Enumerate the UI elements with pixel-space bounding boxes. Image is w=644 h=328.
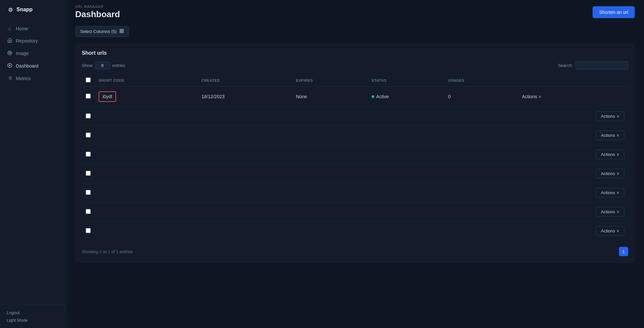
shorten-url-button[interactable]: Shorten an url	[593, 6, 635, 18]
cell-short-code	[95, 183, 198, 202]
table-header: SHORT CODE CREATED EXPIRES STATUS USAGES	[82, 74, 628, 87]
actions-button[interactable]: Actions ∨	[596, 131, 624, 140]
search-area: Search:	[558, 61, 628, 70]
table-card: Short urls Show entries Search:	[75, 44, 635, 263]
cell-actions: Actions ∨	[518, 202, 628, 222]
cell-created	[198, 145, 292, 164]
page-title: Dashboard	[75, 9, 120, 19]
cell-status	[368, 202, 444, 222]
dashboard-icon	[7, 63, 13, 69]
cell-usages	[444, 202, 518, 222]
sidebar-item-repository[interactable]: Repository	[0, 35, 66, 47]
cell-usages	[444, 107, 518, 126]
cell-expires	[292, 202, 368, 222]
sidebar-item-image[interactable]: Image	[0, 47, 66, 60]
cell-actions: Actions ∨	[518, 145, 628, 164]
actions-button[interactable]: Actions ∨	[596, 150, 624, 159]
select-all-checkbox[interactable]	[86, 77, 91, 82]
cell-status	[368, 145, 444, 164]
sidebar-item-home[interactable]: ⌂ Home	[0, 22, 66, 35]
cell-status	[368, 107, 444, 126]
actions-button[interactable]: Actions ∨	[596, 169, 624, 178]
cell-usages	[444, 126, 518, 145]
content-area: Select Columns (5) Short urls Show entri…	[66, 19, 644, 328]
sidebar-item-dashboard[interactable]: Dashboard	[0, 60, 66, 72]
row-checkbox[interactable]	[86, 209, 91, 214]
col-short-code: SHORT CODE	[95, 74, 198, 87]
svg-rect-10	[122, 29, 123, 31]
columns-grid-icon	[119, 29, 124, 34]
cell-usages	[444, 145, 518, 164]
cell-actions: Actions ∨	[518, 126, 628, 145]
col-created: CREATED	[198, 74, 292, 87]
row-checkbox[interactable]	[86, 133, 91, 137]
sidebar-nav: ⌂ Home Repository Image Dashboard Metr	[0, 19, 66, 305]
svg-rect-9	[120, 29, 121, 31]
col-expires: EXPIRES	[292, 74, 368, 87]
sidebar-item-metrics[interactable]: Metrics	[0, 72, 66, 85]
cell-created	[198, 202, 292, 222]
cell-expires: None	[292, 87, 368, 107]
col-actions	[518, 74, 628, 87]
cell-short-code	[95, 164, 198, 183]
cell-actions: Actions ∨	[518, 164, 628, 183]
logout-button[interactable]: Logout	[7, 310, 59, 315]
cell-expires	[292, 222, 368, 241]
row-checkbox[interactable]	[86, 152, 91, 157]
table-row: Actions ∨	[82, 126, 628, 145]
table-section-title: Short urls	[82, 50, 628, 56]
cell-expires	[292, 107, 368, 126]
cell-actions: Actions ∨	[518, 183, 628, 202]
actions-button[interactable]: Actions ∨	[596, 188, 624, 197]
status-text: Active	[376, 94, 389, 99]
actions-button[interactable]: Actions ∨	[596, 207, 624, 217]
cell-created	[198, 107, 292, 126]
actions-button[interactable]: Actions ∨	[596, 226, 624, 236]
table-row: Actions ∨	[82, 107, 628, 126]
cell-actions: Actions ∨	[518, 222, 628, 241]
sidebar-item-label: Image	[16, 51, 29, 56]
status-active: Active	[372, 94, 440, 99]
cell-status	[368, 183, 444, 202]
app-logo: ⊙ Snapp	[0, 0, 66, 19]
home-icon: ⌂	[7, 26, 13, 31]
metrics-icon	[7, 75, 13, 81]
select-columns-button[interactable]: Select Columns (5)	[75, 26, 129, 37]
search-input[interactable]	[575, 61, 628, 70]
table-controls: Show entries Search:	[82, 61, 628, 70]
row-checkbox[interactable]	[86, 94, 91, 99]
table-row: Actions ∨	[82, 183, 628, 202]
show-label: Show	[82, 63, 93, 68]
app-name: Snapp	[16, 7, 33, 13]
cell-expires	[292, 164, 368, 183]
theme-toggle[interactable]: Light Mode	[7, 318, 59, 323]
table-footer: Showing 1 to 1 of 1 entries 1	[82, 247, 628, 256]
cell-actions: Actions ∨	[518, 107, 628, 126]
image-icon	[7, 50, 13, 56]
sidebar-footer: Logout Light Mode	[0, 305, 66, 328]
svg-rect-12	[122, 31, 123, 33]
row-checkbox[interactable]	[86, 171, 91, 176]
cell-short-code	[95, 202, 198, 222]
svg-rect-11	[120, 31, 121, 33]
data-table: SHORT CODE CREATED EXPIRES STATUS USAGES…	[82, 74, 628, 240]
row-checkbox[interactable]	[86, 113, 91, 118]
show-entries-input[interactable]	[95, 62, 110, 69]
main-content: URL MANAGER Dashboard Shorten an url Sel…	[66, 0, 644, 328]
status-dot	[372, 95, 374, 98]
show-entries-control: Show entries	[82, 62, 125, 69]
sidebar-item-label: Repository	[16, 38, 38, 44]
cell-status	[368, 126, 444, 145]
logo-icon: ⊙	[7, 6, 14, 13]
table-row: Actions ∨	[82, 222, 628, 241]
cell-short-code	[95, 126, 198, 145]
col-status: STATUS	[368, 74, 444, 87]
row-checkbox[interactable]	[86, 190, 91, 195]
cell-expires	[292, 145, 368, 164]
sidebar-item-label: Home	[16, 26, 28, 31]
select-columns-label: Select Columns (5)	[80, 29, 117, 34]
actions-button-primary[interactable]: Actions ∨	[522, 94, 541, 99]
page-1-button[interactable]: 1	[619, 247, 628, 256]
row-checkbox[interactable]	[86, 228, 91, 233]
actions-button[interactable]: Actions ∨	[596, 111, 624, 121]
